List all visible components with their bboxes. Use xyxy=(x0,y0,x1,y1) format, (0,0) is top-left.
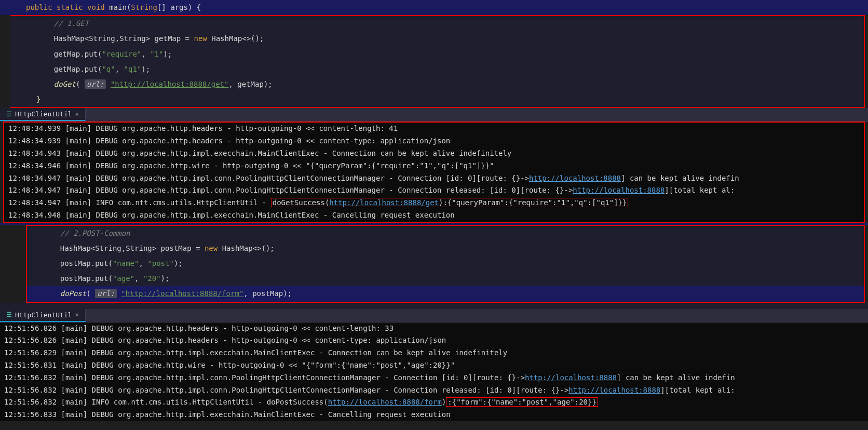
fn-doget: doGet xyxy=(54,80,76,88)
str-require-v: "1" xyxy=(150,50,163,58)
args-suffix: [] args xyxy=(157,3,188,11)
comment-get: // 1.GET xyxy=(54,19,89,28)
code-line[interactable]: doGet( url: "http://localhost:8888/get",… xyxy=(10,77,864,92)
log-line: 12:51:56.832 [main] DEBUG org.apache.htt… xyxy=(0,372,868,384)
hashmap-ctor: HashMap<>(); xyxy=(222,244,275,252)
generics: <String,String> xyxy=(91,244,156,252)
get-code-block: GET // 1.GET HashMap<String,String> getM… xyxy=(10,15,865,108)
log-line: 12:51:56.826 [main] DEBUG org.apache.htt… xyxy=(0,322,868,335)
kw-static: static xyxy=(57,3,83,11)
code-line[interactable]: // 2.POST-Common xyxy=(27,226,864,241)
close-icon[interactable]: × xyxy=(75,311,79,318)
str-name-v: "post" xyxy=(147,259,174,267)
str-q-k: "q" xyxy=(102,65,115,73)
highlight-doget-success: doGetSuccess(http://localhost:8888/get):… xyxy=(271,198,629,207)
url-badge: url: xyxy=(95,289,117,298)
log-link[interactable]: http://localhost:8888 xyxy=(573,186,664,194)
highlight-dopost-success: :{"form":{"name":"post","age":20}} xyxy=(446,397,598,407)
log-link[interactable]: http://localhost:8888/form xyxy=(328,398,442,406)
log-line: 12:48:34.947 [main] DEBUG org.apache.htt… xyxy=(4,184,864,197)
file-icon: ☰ xyxy=(6,311,12,318)
log-link[interactable]: http://localhost:8888/get xyxy=(329,198,439,207)
method-main: main xyxy=(109,3,127,11)
log-link[interactable]: http://localhost:8888 xyxy=(568,386,660,394)
log-line: 12:51:56.832 [main] INFO com.ntt.cms.uti… xyxy=(0,396,868,409)
code-line[interactable]: getMap.put("q", "q1"); xyxy=(10,62,864,77)
code-line[interactable]: public static void main(String[] args) { xyxy=(0,0,868,15)
url-badge: url: xyxy=(85,79,106,89)
log-line: 12:51:56.826 [main] DEBUG org.apache.htt… xyxy=(0,334,868,347)
kw-public: public xyxy=(26,3,52,11)
post-code-block: POST-common // 2.POST-Common HashMap<Str… xyxy=(26,225,865,303)
code-line[interactable]: HashMap<String,String> getMap = new Hash… xyxy=(10,31,864,46)
comment-post: // 2.POST-Common xyxy=(60,229,130,237)
url-get: "http://localhost:8888/get" xyxy=(111,80,229,88)
str-name-k: "name" xyxy=(113,259,139,267)
str-q-v: "q1" xyxy=(124,65,142,73)
log-line: 12:48:34.947 [main] INFO com.ntt.cms.uti… xyxy=(4,197,864,209)
url-post: "http://localhost:8888/form" xyxy=(121,289,243,298)
hashmap-ctor: HashMap<>(); xyxy=(211,34,264,43)
log-line: 12:48:34.943 [main] DEBUG org.apache.htt… xyxy=(4,147,864,160)
log-line: 12:51:56.832 [main] DEBUG org.apache.htt… xyxy=(0,384,868,397)
str-age-k: "age" xyxy=(113,274,134,283)
console-tab-bar-1: ☰ HttpClientUtil × xyxy=(0,108,868,122)
log-line: 12:48:34.946 [main] DEBUG org.apache.htt… xyxy=(4,160,864,172)
code-line[interactable]: HashMap<String,String> postMap = new Has… xyxy=(27,241,864,256)
fn-dopost: doPost xyxy=(60,289,87,298)
tab-label: HttpClientUtil xyxy=(15,311,72,319)
kw-new: new xyxy=(194,34,207,43)
code-line[interactable]: // 1.GET xyxy=(10,16,864,31)
kw-new: new xyxy=(205,244,218,252)
log-line: 12:48:34.939 [main] DEBUG org.apache.htt… xyxy=(4,123,864,135)
log-link[interactable]: http://localhost:8888 xyxy=(529,174,621,182)
log-line: 12:48:34.948 [main] DEBUG org.apache.htt… xyxy=(4,209,864,222)
log-line: 12:51:56.833 [main] DEBUG org.apache.htt… xyxy=(0,409,868,421)
code-line[interactable]: postMap.put("name", "post"); xyxy=(27,256,864,271)
close-icon[interactable]: × xyxy=(75,111,79,118)
log-link[interactable]: http://localhost:8888 xyxy=(525,373,617,382)
code-line-highlighted[interactable]: doPost( url: "http://localhost:8888/form… xyxy=(27,286,864,301)
code-line[interactable]: postMap.put("age", "20"); xyxy=(27,271,864,286)
var-getmap: getMap xyxy=(155,34,181,43)
log-line: 12:51:56.829 [main] DEBUG org.apache.htt… xyxy=(0,347,868,359)
log-line: 12:48:34.947 [main] DEBUG org.apache.htt… xyxy=(4,172,864,185)
method-signature-line: public static void main(String[] args) { xyxy=(0,0,868,15)
type-hashmap: HashMap xyxy=(60,244,91,252)
console-output-1[interactable]: 12:48:34.939 [main] DEBUG org.apache.htt… xyxy=(3,122,865,222)
code-line[interactable]: getMap.put("require", "1"); xyxy=(10,47,864,62)
log-line: 12:51:56.831 [main] DEBUG org.apache.htt… xyxy=(0,359,868,372)
console-output-2[interactable]: 12:51:56.826 [main] DEBUG org.apache.htt… xyxy=(0,322,868,421)
code-line[interactable]: } xyxy=(10,92,864,107)
var-postmap: postMap xyxy=(161,244,192,252)
log-line: 12:48:34.939 [main] DEBUG org.apache.htt… xyxy=(4,135,864,147)
tab-httpclientutil-1[interactable]: ☰ HttpClientUtil × xyxy=(0,108,86,121)
spacer xyxy=(0,303,868,309)
str-age-v: "20" xyxy=(143,274,161,283)
tab-label: HttpClientUtil xyxy=(15,110,72,118)
tab-httpclientutil-2[interactable]: ☰ HttpClientUtil × xyxy=(0,309,86,322)
type-string: String xyxy=(131,3,157,11)
kw-void: void xyxy=(87,3,105,11)
file-icon: ☰ xyxy=(6,111,12,118)
str-require-k: "require" xyxy=(102,50,141,58)
generics: <String,String> xyxy=(85,34,150,43)
console-tab-bar-2: ☰ HttpClientUtil × xyxy=(0,309,868,322)
type-hashmap: HashMap xyxy=(54,34,85,43)
